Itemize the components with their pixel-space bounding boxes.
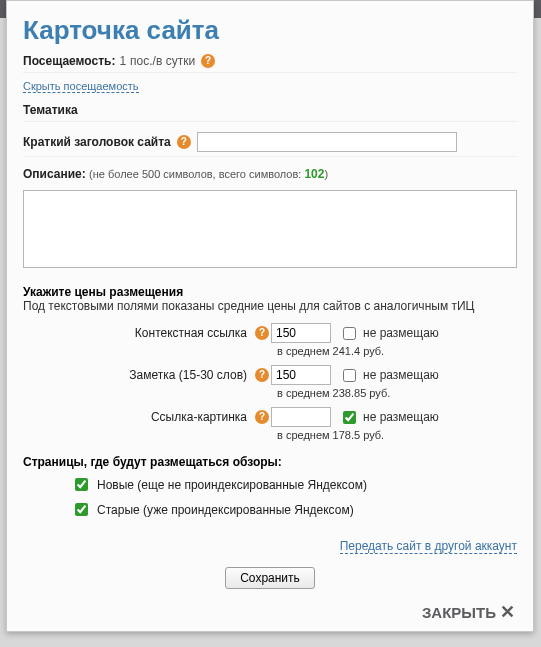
- page-option-old-checkbox[interactable]: [75, 503, 88, 516]
- page-option-new-checkbox[interactable]: [75, 478, 88, 491]
- short-title-input[interactable]: [197, 132, 457, 152]
- prices-heading: Укажите цены размещения: [23, 285, 517, 299]
- help-icon[interactable]: ?: [201, 54, 215, 68]
- price-input-image[interactable]: [271, 407, 331, 427]
- traffic-row: Посещаемость: 1 пос./в сутки ?: [23, 54, 517, 73]
- pages-heading: Страницы, где будут размещаться обзоры:: [23, 455, 517, 469]
- help-icon[interactable]: ?: [255, 410, 269, 424]
- page-option-new-label: Новые (еще не проиндексированные Яндексо…: [97, 478, 367, 492]
- price-input-context[interactable]: [271, 323, 331, 343]
- price-label: Заметка (15-30 слов): [23, 368, 253, 382]
- description-textarea[interactable]: [23, 190, 517, 268]
- help-icon[interactable]: ?: [255, 368, 269, 382]
- modal-title: Карточка сайта: [23, 15, 517, 46]
- page-option-old[interactable]: Старые (уже проиндексированные Яндексом): [71, 500, 517, 519]
- transfer-row: Передать сайт в другой аккаунт: [23, 539, 517, 553]
- short-title-label: Краткий заголовок сайта: [23, 135, 171, 149]
- description-hint-prefix: (не более 500 символов, всего символов:: [89, 168, 304, 180]
- description-header: Описание: (не более 500 символов, всего …: [23, 167, 517, 181]
- no-place-label: не размещаю: [363, 410, 439, 424]
- price-label: Контекстная ссылка: [23, 326, 253, 340]
- price-row-context-link: Контекстная ссылка ? не размещаю: [23, 323, 517, 343]
- page-option-new[interactable]: Новые (еще не проиндексированные Яндексо…: [71, 475, 517, 494]
- close-button[interactable]: ЗАКРЫТЬ ✕: [422, 603, 515, 621]
- theme-row: Тематика: [23, 103, 517, 122]
- description-hint-suffix: ): [324, 168, 328, 180]
- price-row-note: Заметка (15-30 слов) ? не размещаю: [23, 365, 517, 385]
- help-icon[interactable]: ?: [255, 326, 269, 340]
- no-place-checkbox[interactable]: [343, 369, 356, 382]
- site-card-modal: Карточка сайта Посещаемость: 1 пос./в су…: [6, 0, 534, 632]
- page-option-old-label: Старые (уже проиндексированные Яндексом): [97, 503, 354, 517]
- description-label: Описание:: [23, 167, 86, 181]
- price-row-image-link: Ссылка-картинка ? не размещаю: [23, 407, 517, 427]
- no-place-label: не размещаю: [363, 368, 439, 382]
- avg-price: в среднем 178.5 руб.: [277, 429, 517, 441]
- price-label: Ссылка-картинка: [23, 410, 253, 424]
- traffic-unit: пос./в сутки: [130, 54, 195, 68]
- description-char-count: 102: [304, 167, 324, 181]
- close-icon: ✕: [500, 603, 515, 621]
- help-icon[interactable]: ?: [177, 135, 191, 149]
- no-place-checkbox[interactable]: [343, 411, 356, 424]
- no-place-wrap[interactable]: не размещаю: [339, 408, 439, 427]
- no-place-wrap[interactable]: не размещаю: [339, 366, 439, 385]
- no-place-checkbox[interactable]: [343, 327, 356, 340]
- price-input-note[interactable]: [271, 365, 331, 385]
- transfer-account-link[interactable]: Передать сайт в другой аккаунт: [340, 539, 517, 554]
- avg-price: в среднем 238.85 руб.: [277, 387, 517, 399]
- theme-label: Тематика: [23, 103, 78, 117]
- no-place-label: не размещаю: [363, 326, 439, 340]
- close-row: ЗАКРЫТЬ ✕: [23, 603, 517, 621]
- traffic-label: Посещаемость:: [23, 54, 115, 68]
- short-title-row: Краткий заголовок сайта ?: [23, 132, 517, 157]
- prices-subheading: Под текстовыми полями показаны средние ц…: [23, 299, 517, 313]
- no-place-wrap[interactable]: не размещаю: [339, 324, 439, 343]
- close-label: ЗАКРЫТЬ: [422, 604, 496, 621]
- traffic-value: 1: [119, 54, 126, 68]
- save-row: Сохранить: [23, 567, 517, 589]
- avg-price: в среднем 241.4 руб.: [277, 345, 517, 357]
- hide-traffic-link[interactable]: Скрыть посещаемость: [23, 80, 139, 93]
- hide-traffic-row: Скрыть посещаемость: [23, 79, 517, 93]
- save-button[interactable]: Сохранить: [225, 567, 315, 589]
